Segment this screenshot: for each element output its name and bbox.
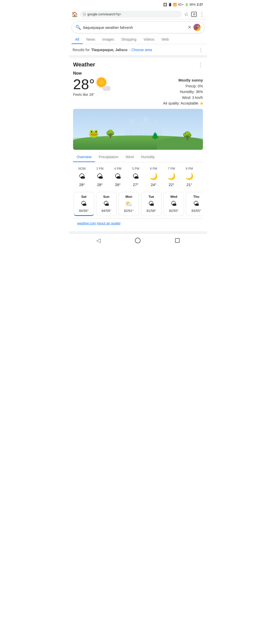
- hour-item-8pm: 8 PM 🌙 21°: [180, 167, 198, 187]
- air-quality-link[interactable]: About air quality: [97, 221, 121, 225]
- weather-tab-humidity[interactable]: Humidity: [137, 152, 158, 162]
- time: 2:27: [197, 3, 203, 6]
- frog-character: 🐸: [89, 129, 99, 138]
- hourly-forecast: NOW 🌤 28° 3 PM 🌤 28° 4 PM 🌤 28° 5 PM 🌤 2…: [73, 163, 203, 188]
- weather-title-row: Weather ⋮: [73, 61, 203, 68]
- wind-text: Wind: 3 km/h: [163, 95, 203, 100]
- hour-item-3pm: 3 PM 🌤 28°: [91, 167, 109, 187]
- divider-1: [69, 56, 207, 58]
- day-card-wed[interactable]: Wed 🌤 82/55°: [164, 192, 184, 216]
- tree-3: 🌳: [182, 131, 192, 141]
- hour-item-7pm: 7 PM 🌙 22°: [163, 167, 180, 187]
- network-label: 4G+: [178, 3, 184, 6]
- browser-bar: 🏠 ⊡ google.com/search?q= ☆ :D ⋮: [69, 9, 207, 19]
- hour-item-6pm: 6 PM 🌙 24°: [145, 167, 163, 187]
- results-info-left: Results for Tlaquepaque, Jalisco · Choos…: [73, 48, 152, 52]
- recents-button[interactable]: [175, 238, 180, 243]
- weather-more-icon[interactable]: ⋮: [198, 62, 203, 68]
- temperature: 28°: [73, 77, 95, 91]
- weather-tab-wind[interactable]: Wind: [122, 152, 137, 162]
- status-icons: 🔲 📳 📶 4G+ 🔋 86% 2:27: [163, 3, 203, 6]
- back-button[interactable]: ◁: [96, 237, 101, 244]
- weather-now-label: Now: [73, 71, 203, 76]
- tree-1: 🌳: [106, 129, 115, 138]
- day-card-sat[interactable]: Sat 🌤 84/56°: [74, 192, 94, 216]
- status-bar: 🔲 📳 📶 4G+ 🔋 86% 2:27: [69, 0, 207, 9]
- weather-main-row: 28° Feels like 28° Mostly sunny Precip: …: [73, 77, 203, 106]
- tab-stack-icon: ⊡: [83, 12, 86, 16]
- weather-tabs: Overview Precipitation Wind Humidity: [73, 152, 203, 162]
- weather-condition-icon: [97, 78, 110, 91]
- results-info: Results for Tlaquepaque, Jalisco · Choos…: [69, 44, 207, 56]
- weather-condition-text: Mostly sunny: [163, 77, 203, 83]
- signal-icon: 📶: [173, 3, 177, 6]
- day-card-tue[interactable]: Tue 🌤 81/58°: [141, 192, 162, 216]
- search-tabs: All News Images Shopping Videos Web: [69, 35, 207, 44]
- tree-2: 🌲: [151, 132, 159, 140]
- tab-all[interactable]: All: [72, 35, 83, 44]
- precip-text: Precip: 0%: [163, 83, 203, 89]
- clear-search-icon[interactable]: ✕: [188, 25, 191, 30]
- mic-icon[interactable]: 🎤: [193, 24, 201, 31]
- browser-actions: ☆ :D ⋮: [184, 11, 204, 17]
- weather-com-link[interactable]: weather.com: [77, 221, 96, 225]
- bookmark-icon[interactable]: ☆: [184, 11, 189, 17]
- url-bar[interactable]: ⊡ google.com/search?q=: [80, 11, 182, 18]
- scenic-illustration: 🐸 🌳 🌲 🌳: [73, 109, 203, 150]
- divider-2: [69, 231, 207, 233]
- air-quality-dot: [200, 102, 203, 105]
- weather-tab-precipitation[interactable]: Precipitation: [95, 152, 122, 162]
- results-separator: ·: [129, 48, 130, 52]
- weather-title: Weather: [73, 61, 95, 68]
- results-for-label: Results for: [73, 48, 90, 52]
- hour-item-now: NOW 🌤 28°: [73, 167, 91, 187]
- home-icon[interactable]: 🏠: [72, 11, 78, 17]
- footer-links: weather.com About air quality: [73, 218, 203, 228]
- weather-card: Weather ⋮ Now 28° Feels like 28° Mostly …: [69, 58, 207, 231]
- more-options-icon[interactable]: ⋮: [199, 11, 204, 17]
- temp-row: 28°: [73, 77, 110, 91]
- vibrate-icon: 📳: [168, 3, 172, 6]
- daily-forecast: Sat 🌤 84/56° Sun 🌤 84/59° Mon ⛅ 82/61° T…: [73, 188, 203, 218]
- tab-images[interactable]: Images: [99, 35, 118, 44]
- hour-item-5pm: 5 PM 🌤 27°: [127, 167, 145, 187]
- tab-news[interactable]: News: [83, 35, 99, 44]
- search-icon: 🔍: [75, 25, 81, 30]
- hour-item-4pm: 4 PM 🌤 28°: [109, 167, 127, 187]
- tab-switcher[interactable]: :D: [191, 12, 197, 17]
- battery-percent: 86%: [190, 3, 196, 6]
- weather-right: Mostly sunny Precip: 0% Humidity: 36% Wi…: [163, 77, 203, 106]
- tab-shopping[interactable]: Shopping: [118, 35, 140, 44]
- weather-tab-overview[interactable]: Overview: [73, 152, 95, 162]
- weather-left: 28° Feels like 28°: [73, 77, 110, 97]
- search-input[interactable]: tlaquepaque weather fahrenh: [83, 25, 186, 30]
- humidity-text: Humidity: 36%: [163, 89, 203, 95]
- tab-videos[interactable]: Videos: [140, 35, 158, 44]
- bottom-nav: ◁: [69, 233, 207, 247]
- results-more-icon[interactable]: ⋮: [198, 47, 203, 53]
- day-card-sun[interactable]: Sun 🌤 84/59°: [96, 192, 117, 216]
- nfc-icon: 🔲: [163, 3, 167, 6]
- air-quality-text: Air quality: Acceptable: [163, 100, 203, 106]
- tab-web[interactable]: Web: [158, 35, 172, 44]
- day-card-mon[interactable]: Mon ⛅ 82/61°: [119, 192, 139, 216]
- url-text: google.com/search?q=: [87, 12, 121, 16]
- day-card-thu[interactable]: Thu 🌤 83/55°: [186, 192, 203, 216]
- search-bar[interactable]: 🔍 tlaquepaque weather fahrenh ✕ 🎤: [72, 21, 204, 33]
- battery-icon: 🔋: [185, 3, 189, 6]
- results-location: Tlaquepaque, Jalisco: [91, 48, 128, 52]
- feels-like: Feels like 28°: [73, 93, 110, 97]
- ground-hill: [157, 137, 203, 150]
- home-button[interactable]: [135, 238, 141, 243]
- choose-area-link[interactable]: Choose area: [131, 48, 152, 52]
